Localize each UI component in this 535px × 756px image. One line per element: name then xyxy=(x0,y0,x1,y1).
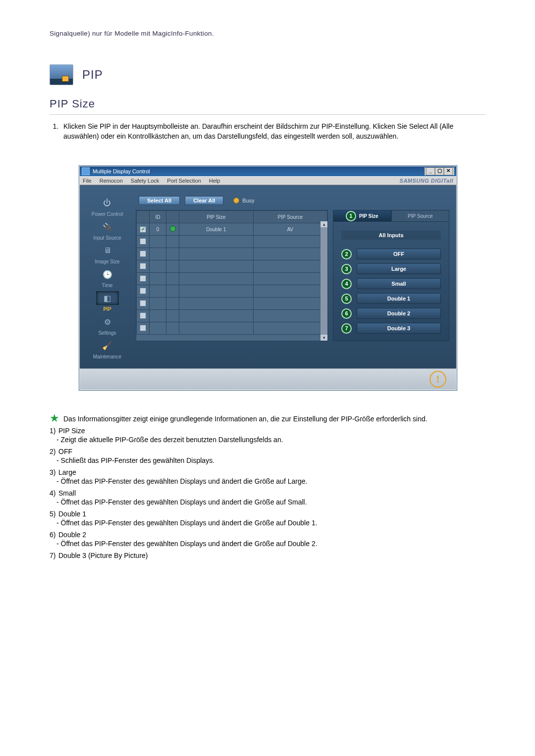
clear-all-button[interactable]: Clear All xyxy=(185,196,223,205)
menu-remocon[interactable]: Remocon xyxy=(100,178,123,184)
sidebar-item-label: Input Source xyxy=(93,235,121,241)
row-checkbox[interactable] xyxy=(140,251,146,257)
cell-pip-size xyxy=(179,298,254,310)
note-item: 5)Double 1- Öffnet das PIP-Fenster des g… xyxy=(50,510,485,527)
table-row[interactable] xyxy=(137,322,327,335)
status-bar: ! xyxy=(80,368,456,390)
option-small-button[interactable]: Small xyxy=(357,278,441,289)
note-desc: - Schließt das PIP-Fenster des gewählten… xyxy=(56,456,485,464)
app-icon xyxy=(82,167,90,175)
sidebar-item-pip[interactable]: ◧PIP xyxy=(96,291,119,312)
option-off-button[interactable]: OFF xyxy=(357,249,441,259)
status-led-icon xyxy=(170,226,176,232)
option-large-button[interactable]: Large xyxy=(357,263,441,274)
row-checkbox[interactable] xyxy=(140,312,146,319)
cell-id xyxy=(150,298,166,310)
table-row[interactable]: 0Double 1AV xyxy=(137,223,327,236)
window-buttons[interactable]: _ ▢ ✕ xyxy=(425,167,454,175)
note-item: 6)Double 2- Öffnet das PIP-Fenster des g… xyxy=(50,531,485,548)
top-note: Signalquelle) nur für Modelle mit MagicI… xyxy=(50,30,485,37)
close-button[interactable]: ✕ xyxy=(444,167,453,175)
cell-pip-source xyxy=(253,298,327,310)
star-icon: ★ xyxy=(50,415,59,423)
option-double-1-button[interactable]: Double 1 xyxy=(357,293,441,304)
grid-header: PIP Size xyxy=(179,211,254,223)
badge-icon: 5 xyxy=(341,294,352,304)
cell-id xyxy=(150,248,166,260)
tab-pip-size[interactable]: 1PIP Size xyxy=(333,210,391,222)
sidebar-item-input-source[interactable]: 🔌Input Source xyxy=(93,220,121,241)
sidebar: ⏻Power Control🔌Input Source🖥Image Size🕒T… xyxy=(84,194,131,359)
note-number: 7) xyxy=(50,552,58,559)
window-title: Multiple Display Control xyxy=(93,168,150,174)
scrollbar[interactable]: ▴ ▾ xyxy=(321,221,327,341)
tab-pip-source[interactable]: PIP Source xyxy=(391,210,450,222)
busy-label: Busy xyxy=(242,198,254,203)
grid-header xyxy=(166,211,179,223)
table-row[interactable] xyxy=(137,298,327,310)
minimize-button[interactable]: _ xyxy=(426,167,435,175)
scroll-up-icon[interactable]: ▴ xyxy=(321,221,327,227)
table-row[interactable] xyxy=(137,260,327,273)
row-checkbox[interactable] xyxy=(140,238,146,245)
tab-label: PIP Source xyxy=(408,213,432,219)
cell-id xyxy=(150,310,166,322)
cell-pip-source xyxy=(253,310,327,322)
cell-pip-size xyxy=(179,322,254,335)
sidebar-item-power-control[interactable]: ⏻Power Control xyxy=(92,196,123,217)
menu-help[interactable]: Help xyxy=(209,178,220,184)
sidebar-item-maintenance[interactable]: 🧹Maintenance xyxy=(93,339,121,359)
option-row: 4Small xyxy=(341,278,441,289)
table-row[interactable] xyxy=(137,273,327,285)
scroll-down-icon[interactable]: ▾ xyxy=(321,335,327,341)
pip-heading-label: PIP xyxy=(82,68,103,82)
menu-safety-lock[interactable]: Safety Lock xyxy=(131,178,159,184)
table-row[interactable] xyxy=(137,285,327,298)
table-row[interactable] xyxy=(137,248,327,260)
table-row[interactable] xyxy=(137,236,327,248)
grid-header xyxy=(137,211,150,223)
note-number: 1) xyxy=(50,427,58,435)
title-bar: Multiple Display Control _ ▢ ✕ xyxy=(80,166,456,176)
sidebar-item-settings[interactable]: ⚙Settings xyxy=(96,315,119,336)
row-checkbox[interactable] xyxy=(140,263,146,269)
row-checkbox[interactable] xyxy=(140,226,146,233)
panel-body: All Inputs 2OFF3Large4Small5Double 16Dou… xyxy=(333,222,449,341)
option-double-3-button[interactable]: Double 3 xyxy=(357,323,441,334)
badge-icon: 1 xyxy=(346,211,356,221)
note-desc: - Öffnet das PIP-Fenster des gewählten D… xyxy=(56,498,485,506)
badge-icon: 7 xyxy=(341,323,352,334)
note-item: 1)PIP Size- Zeigt die aktuelle PIP-Größe… xyxy=(50,427,485,444)
note-item: 4)Small- Öffnet das PIP-Fenster des gewä… xyxy=(50,489,485,506)
menu-file[interactable]: File xyxy=(83,178,92,184)
maximize-button[interactable]: ▢ xyxy=(435,167,444,175)
sidebar-item-label: Time xyxy=(102,283,113,288)
row-checkbox[interactable] xyxy=(140,288,146,294)
note-item: 3)Large- Öffnet das PIP-Fenster des gewä… xyxy=(50,468,485,485)
info-grid: IDPIP SizePIP Source 0Double 1AV ▴ ▾ xyxy=(136,210,328,341)
table-row[interactable] xyxy=(137,310,327,322)
sidebar-item-image-size[interactable]: 🖥Image Size xyxy=(95,244,119,264)
panel-section-title: All Inputs xyxy=(341,231,441,240)
row-checkbox[interactable] xyxy=(140,300,146,306)
brand-label: SAMSUNG DIGITall xyxy=(400,178,453,184)
cell-pip-size xyxy=(179,248,254,260)
row-checkbox[interactable] xyxy=(140,275,146,282)
note-desc: - Öffnet das PIP-Fenster des gewählten D… xyxy=(56,477,485,485)
note-title: OFF xyxy=(58,448,72,455)
select-all-button[interactable]: Select All xyxy=(139,196,180,205)
sidebar-item-time[interactable]: 🕒Time xyxy=(96,267,119,288)
option-double-2-button[interactable]: Double 2 xyxy=(357,308,441,319)
option-row: 5Double 1 xyxy=(341,293,441,304)
note-desc: - Zeigt die aktuelle PIP-Größe des derze… xyxy=(56,436,485,444)
cell-pip-source xyxy=(253,322,327,335)
note-item: 2)OFF- Schließt das PIP-Fenster des gewä… xyxy=(50,448,485,464)
instruction-item: Klicken Sie PIP in der Hauptsymbolleiste… xyxy=(60,122,485,141)
sidebar-icon: ⚙ xyxy=(96,315,119,329)
cell-pip-source xyxy=(253,273,327,285)
row-checkbox[interactable] xyxy=(140,325,146,331)
note-number: 2) xyxy=(50,448,58,455)
option-row: 3Large xyxy=(341,263,441,274)
menu-port-selection[interactable]: Port Selection xyxy=(167,178,201,184)
busy-icon xyxy=(233,198,239,203)
